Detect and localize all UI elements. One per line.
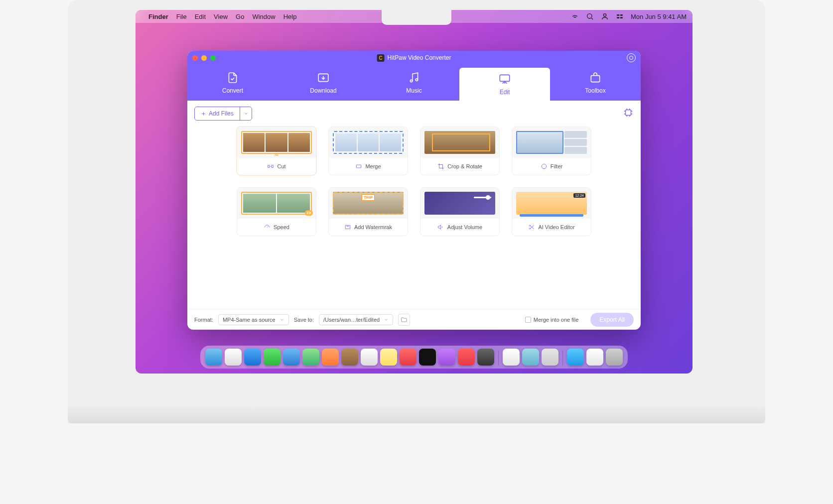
dock-app-3[interactable]: [264, 349, 280, 366]
save-to-select[interactable]: /Users/wan…ter/Edited: [319, 314, 393, 325]
macos-dock: [200, 346, 628, 369]
svg-rect-11: [626, 110, 631, 116]
speed-thumb: [241, 192, 312, 215]
export-all-button[interactable]: Export All: [590, 313, 634, 327]
add-files-label: Add Files: [209, 110, 234, 117]
dock-app-8[interactable]: [361, 349, 378, 366]
dock-app-19[interactable]: [586, 349, 603, 366]
toolbar: Add Files: [187, 101, 641, 126]
menubar-view[interactable]: View: [214, 13, 228, 20]
add-files-dropdown[interactable]: [240, 107, 252, 120]
merge-into-one-checkbox[interactable]: Merge into one file: [525, 317, 579, 323]
dock-app-6[interactable]: [322, 349, 339, 366]
card-adjust-volume[interactable]: Adjust Volume: [420, 187, 500, 236]
card-watermark[interactable]: TRIP Add Watermrak: [328, 187, 408, 236]
window-maximize-button[interactable]: [210, 55, 216, 61]
dock-app-12[interactable]: [438, 349, 455, 366]
add-files-button[interactable]: Add Files: [195, 107, 240, 120]
account-icon[interactable]: [627, 53, 636, 62]
filter-thumb: [516, 131, 587, 154]
dock-app-17[interactable]: [542, 349, 558, 366]
wifi-icon[interactable]: [571, 12, 579, 20]
dock-app-7[interactable]: [341, 349, 358, 366]
svg-rect-16: [345, 226, 350, 229]
music-icon: [408, 71, 420, 84]
folder-icon: [401, 316, 408, 323]
tab-toolbox-label: Toolbox: [585, 87, 605, 94]
dock-app-4[interactable]: [283, 349, 300, 366]
window-close-button[interactable]: [192, 55, 198, 61]
add-files-group: Add Files: [194, 107, 252, 121]
footer-bar: Format: MP4-Same as source Save to: /Use…: [187, 309, 641, 330]
svg-point-0: [587, 14, 592, 18]
dock-app-16[interactable]: [522, 349, 539, 366]
checkbox-icon: [525, 317, 531, 323]
scissors-icon: [528, 224, 535, 231]
svg-rect-3: [620, 14, 623, 16]
edit-tools-grid: Cut Merge Crop & Rotate Filter Speed TRI…: [187, 126, 641, 236]
card-volume-label: Adjust Volume: [447, 224, 482, 230]
dock-app-9[interactable]: [380, 349, 397, 366]
titlebar: C HitPaw Video Converter: [187, 51, 641, 65]
save-to-label: Save to:: [294, 317, 314, 323]
menubar-datetime[interactable]: Mon Jun 5 9:41 AM: [631, 13, 687, 20]
dock-app-5[interactable]: [302, 349, 319, 366]
svg-rect-12: [268, 165, 270, 168]
open-folder-button[interactable]: [398, 314, 410, 326]
card-cut[interactable]: Cut: [237, 126, 316, 175]
tab-download-label: Download: [310, 87, 336, 94]
dock-app-10[interactable]: [400, 349, 416, 366]
speed-icon: [264, 224, 271, 231]
crop-icon: [437, 163, 444, 170]
dock-app-2[interactable]: [244, 349, 261, 366]
watermark-thumb: TRIP: [333, 192, 404, 215]
card-crop-label: Crop & Rotate: [447, 163, 482, 169]
dock-app-18[interactable]: [567, 349, 584, 366]
card-merge[interactable]: Merge: [328, 126, 408, 175]
tab-convert[interactable]: Convert: [187, 65, 278, 101]
ai-thumb: [516, 192, 587, 215]
user-icon[interactable]: [601, 12, 609, 20]
svg-point-18: [530, 228, 531, 229]
card-cut-label: Cut: [277, 163, 285, 169]
watermark-icon: [344, 224, 351, 231]
search-icon[interactable]: [586, 12, 594, 20]
dock-app-0[interactable]: [205, 349, 222, 366]
window-title: HitPaw Video Converter: [388, 54, 451, 61]
tab-convert-label: Convert: [222, 87, 243, 94]
tab-toolbox[interactable]: Toolbox: [550, 65, 641, 101]
dock-app-14[interactable]: [477, 349, 494, 366]
tab-music[interactable]: Music: [369, 65, 459, 101]
card-speed[interactable]: Speed: [237, 187, 316, 236]
dock-app-13[interactable]: [458, 349, 475, 366]
card-ai-video-editor[interactable]: AI Video Editor: [512, 187, 591, 236]
app-logo-icon: C: [377, 54, 385, 62]
main-tabs: Convert Download Music Edit Toolbox: [187, 65, 641, 101]
dock-app-15[interactable]: [503, 349, 520, 366]
format-select[interactable]: MP4-Same as source: [218, 314, 289, 325]
menubar-help[interactable]: Help: [283, 13, 297, 20]
dock-app-11[interactable]: [419, 349, 436, 366]
dock-app-1[interactable]: [225, 349, 242, 366]
svg-point-17: [530, 225, 531, 226]
window-minimize-button[interactable]: [201, 55, 207, 61]
menubar-app-name[interactable]: Finder: [148, 13, 168, 20]
menubar-window[interactable]: Window: [252, 13, 275, 20]
tab-download[interactable]: Download: [278, 65, 369, 101]
card-filter[interactable]: Filter: [512, 126, 591, 175]
card-crop-rotate[interactable]: Crop & Rotate: [420, 126, 500, 175]
menubar-edit[interactable]: Edit: [195, 13, 206, 20]
svg-point-7: [410, 80, 412, 82]
dock-app-20[interactable]: [606, 349, 623, 366]
menubar-go[interactable]: Go: [236, 13, 244, 20]
volume-icon: [437, 224, 444, 231]
chevron-down-icon: [244, 111, 249, 116]
chevron-down-icon: [384, 317, 389, 322]
hardware-acceleration-button[interactable]: [623, 107, 634, 120]
tab-edit-label: Edit: [500, 89, 510, 96]
menubar-file[interactable]: File: [176, 13, 187, 20]
tab-edit[interactable]: Edit: [459, 68, 550, 101]
control-center-icon[interactable]: [616, 12, 624, 20]
merge-thumb: [333, 131, 404, 154]
svg-rect-4: [617, 17, 619, 18]
